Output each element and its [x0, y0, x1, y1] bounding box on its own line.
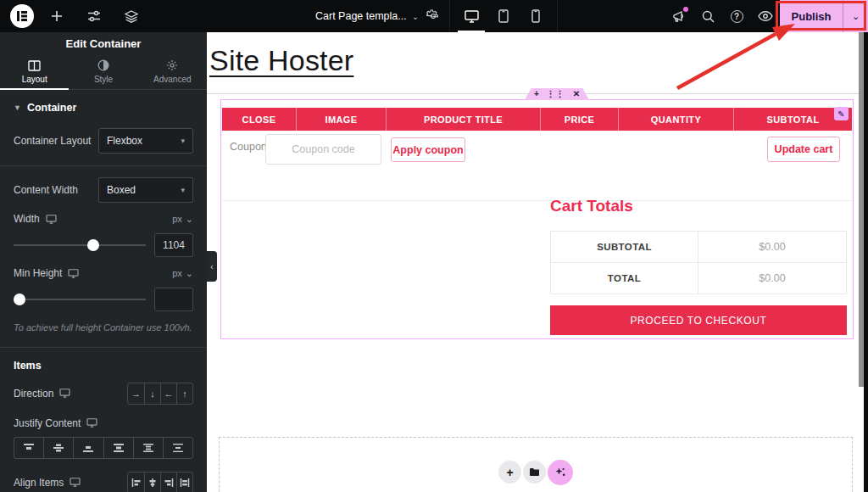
help-button[interactable]: ? [722, 0, 751, 32]
width-input[interactable] [154, 233, 193, 257]
min-height-input[interactable] [154, 288, 193, 311]
min-height-slider-knob[interactable] [14, 294, 25, 305]
cart-table-header: CLOSE IMAGE PRODUCT TITLE PRICE QUANTITY… [222, 108, 852, 131]
desktop-icon[interactable] [70, 478, 81, 487]
justify-start-button[interactable] [14, 438, 43, 458]
help-icon: ? [731, 10, 743, 23]
min-height-unit-select[interactable]: px ⌄ [172, 268, 193, 279]
width-unit-value: px [172, 214, 182, 224]
justify-space-between-button[interactable] [103, 438, 133, 458]
elementor-logo[interactable] [10, 4, 34, 28]
desktop-icon[interactable] [86, 418, 97, 428]
publish-options-button[interactable]: ⌄ [843, 0, 868, 32]
whats-new-button[interactable] [665, 0, 693, 32]
cart-column-price: PRICE [540, 108, 618, 131]
content-width-label: Content Width [14, 184, 78, 196]
page-title[interactable]: Site Hoster [209, 44, 353, 77]
divider [0, 347, 207, 348]
document-title: Cart Page templa... [315, 10, 407, 22]
update-cart-button[interactable]: Update cart [767, 137, 840, 162]
tablet-icon [498, 9, 509, 23]
justify-end-button[interactable] [73, 438, 103, 458]
align-items-button-group [127, 472, 193, 492]
ai-builder-button[interactable] [548, 460, 573, 485]
align-center-button[interactable] [144, 472, 160, 492]
tab-style[interactable]: Style [69, 54, 137, 89]
justify-space-evenly-button[interactable] [163, 438, 192, 458]
direction-row-reverse-button[interactable]: ← [160, 383, 176, 404]
section-container-label: Container [27, 102, 76, 114]
publish-button[interactable]: Publish [780, 0, 843, 32]
container-layout-value: Flexbox [107, 135, 142, 147]
total-value: $0.00 [698, 263, 846, 294]
tab-layout-label: Layout [22, 75, 47, 84]
section-container-toggle[interactable]: ▼ Container [14, 102, 193, 114]
tab-advanced[interactable]: Advanced [138, 54, 207, 89]
container-handle[interactable]: + ⋮⋮ ✕ [525, 88, 589, 100]
width-slider-knob[interactable] [87, 239, 99, 251]
direction-column-button[interactable]: ↓ [144, 383, 160, 404]
width-slider-track [14, 244, 146, 246]
add-container-icon[interactable]: + [534, 90, 539, 98]
container-layout-select[interactable]: Flexbox ▾ [98, 128, 193, 154]
cart-totals-heading: Cart Totals [550, 197, 633, 215]
document-switcher[interactable]: Cart Page templa... ⌄ [315, 0, 419, 32]
tab-layout[interactable]: Layout [0, 54, 69, 89]
page-settings-button[interactable] [419, 0, 448, 32]
finder-search-button[interactable] [693, 0, 722, 32]
device-desktop-button[interactable] [455, 0, 487, 32]
preview-button[interactable] [751, 0, 780, 32]
add-template-button[interactable] [523, 461, 546, 484]
align-items-label-text: Align Items [14, 477, 64, 489]
device-tablet-button[interactable] [487, 0, 520, 32]
desktop-icon [465, 10, 479, 23]
structure-button[interactable] [117, 0, 146, 32]
edit-widget-button[interactable]: ✎ [834, 107, 849, 120]
device-mobile-button[interactable] [520, 0, 552, 32]
align-stretch-button[interactable] [176, 472, 192, 492]
caret-down-icon: ▼ [14, 103, 21, 112]
desktop-icon[interactable] [59, 389, 70, 398]
desktop-icon[interactable] [68, 269, 79, 278]
width-unit-select[interactable]: px ⌄ [172, 214, 193, 225]
container-layout-label: Container Layout [14, 135, 91, 147]
width-label-text: Width [14, 213, 40, 225]
elementor-editor: Cart Page templa... ⌄ [0, 0, 868, 492]
add-element-button[interactable] [42, 0, 71, 32]
coupon-code-input[interactable] [265, 134, 381, 165]
tab-style-label: Style [94, 75, 113, 84]
width-slider[interactable] [14, 239, 146, 251]
min-height-slider[interactable] [14, 294, 146, 305]
cart-column-title: PRODUCT TITLE [386, 108, 540, 131]
width-label: Width [14, 213, 57, 225]
panel-collapse-handle[interactable]: ‹ [207, 251, 217, 282]
align-end-button[interactable] [160, 472, 176, 492]
desktop-icon[interactable] [46, 215, 57, 224]
justify-center-button[interactable] [43, 438, 73, 458]
editor-panel: Edit Container Layout Style [0, 32, 207, 492]
selected-container[interactable]: + ⋮⋮ ✕ ✎ CLOSE IMAGE PRODUCT TITLE PRICE… [220, 99, 854, 339]
proceed-to-checkout-button[interactable]: PROCEED TO CHECKOUT [550, 305, 847, 335]
direction-column-reverse-button[interactable]: ↑ [176, 383, 192, 404]
chevron-down-icon: ⌄ [412, 12, 419, 21]
direction-row-button[interactable]: → [128, 383, 144, 404]
chevron-left-icon: ‹ [210, 262, 213, 271]
content-width-select[interactable]: Boxed ▾ [98, 177, 193, 203]
divider [0, 165, 207, 166]
justify-space-around-button[interactable] [133, 438, 163, 458]
total-label: TOTAL [551, 263, 698, 294]
drag-handle-icon[interactable]: ⋮⋮ [547, 90, 565, 98]
chevron-down-icon: ⌄ [852, 11, 860, 22]
add-section-button[interactable]: + [498, 461, 521, 484]
megaphone-icon [672, 10, 686, 23]
mobile-icon [531, 9, 540, 23]
table-bottom-border [222, 200, 852, 201]
site-settings-button[interactable] [80, 0, 108, 32]
align-start-button[interactable] [128, 472, 144, 492]
content-width-value: Boxed [107, 184, 136, 196]
delete-container-icon[interactable]: ✕ [573, 90, 580, 98]
apply-coupon-button[interactable]: Apply coupon [391, 137, 465, 162]
publish-button-group: Publish ⌄ [780, 0, 868, 32]
align-items-label: Align Items [14, 477, 81, 489]
sliders-icon [87, 10, 101, 22]
